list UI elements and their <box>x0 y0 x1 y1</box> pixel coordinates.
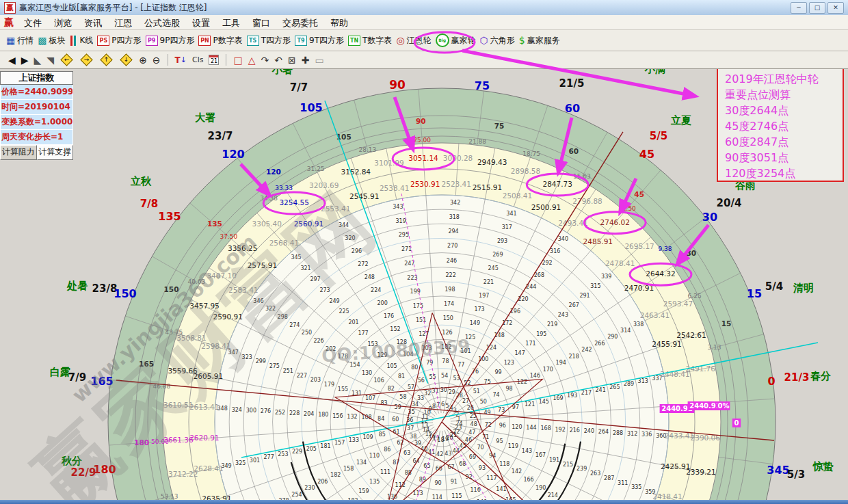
t-number-table-icon: TN <box>348 36 360 46</box>
spiral-number: 149 <box>470 320 480 326</box>
spiral-number: 291 <box>579 293 589 299</box>
calc-support-button[interactable]: 计算支撑 <box>37 145 74 160</box>
draw-toolbar: ◀▶◣◥←→↑↓⊕⊖T↓Cls21□△↷↶⊠✚▭ <box>0 51 848 69</box>
spiral-number: 293 <box>497 238 507 244</box>
percent-value: 18.75 <box>522 150 540 157</box>
spiral-number: 316 <box>550 248 560 254</box>
shift-right-icon: → <box>80 53 92 66</box>
spiral-number: 152 <box>390 326 400 332</box>
spiral-number: 263 <box>590 470 600 477</box>
maximize-button[interactable]: □ <box>809 2 825 14</box>
status-bar <box>0 500 848 504</box>
spiral-number: 27 <box>462 398 469 404</box>
tool-page-prev-button[interactable]: ◀ <box>8 53 16 67</box>
menu-item-8[interactable]: 交易委托 <box>276 18 324 28</box>
price-outer-value: 3203.69 <box>309 181 339 189</box>
wheel-outer-label: 150 <box>114 287 136 300</box>
tool-screen-tool-button[interactable]: ▭ <box>315 53 323 67</box>
spiral-number: 342 <box>450 200 460 206</box>
spiral-number: 340 <box>558 236 568 242</box>
spiral-number: 171 <box>525 341 535 347</box>
minimize-button[interactable]: ─ <box>791 2 807 14</box>
tool-rotate-view-left-button[interactable]: ◣ <box>34 53 42 67</box>
annotation-line-1: 重要点位测算 <box>725 87 843 103</box>
spiral-number: 141 <box>496 486 506 492</box>
tool-center-cross-button[interactable]: ✚ <box>302 53 310 67</box>
toolbar-p-square-button[interactable]: PSP四方形 <box>97 32 141 49</box>
toolbar-hexagon-button[interactable]: ⬡六角形 <box>480 32 515 49</box>
menu-item-0[interactable]: 文件 <box>18 18 48 28</box>
tool-cls-button[interactable]: Cls <box>192 53 203 67</box>
annotation-line-6: 120度3254点 <box>725 165 843 181</box>
spiral-number: 295 <box>399 232 409 238</box>
menu-item-9[interactable]: 帮助 <box>324 18 354 28</box>
price-outer-value: 2898.58 <box>511 167 540 175</box>
spiral-number: 51 <box>473 388 480 395</box>
degree-value: 165 <box>139 360 154 368</box>
menu-item-7[interactable]: 窗口 <box>246 18 276 28</box>
tool-rotate-cw-button[interactable]: ↷ <box>261 53 269 67</box>
tool-calendar-button[interactable]: 21 <box>209 53 219 67</box>
coefficient-row: 变换系数=1.00000 <box>0 115 73 130</box>
spiral-number: 254 <box>291 492 302 498</box>
toolbar-winner-service-button[interactable]: $赢家服务 <box>519 32 560 49</box>
spiral-number: 167 <box>535 452 546 458</box>
degree-value: 75 <box>494 122 505 130</box>
menu-item-5[interactable]: 设置 <box>186 18 216 28</box>
toolbar-9p-square-button[interactable]: P99P四方形 <box>146 32 195 49</box>
spiral-number: 122 <box>517 379 527 385</box>
spiral-number: 318 <box>449 214 460 220</box>
spiral-number: 225 <box>339 308 349 315</box>
spiral-number: 77 <box>458 362 464 368</box>
spiral-number: 145 <box>539 399 549 405</box>
tool-shift-down-button[interactable]: ↓ <box>119 53 133 67</box>
tool-select-box-button[interactable]: ⊠ <box>288 53 296 67</box>
tool-square-tool-button[interactable]: □ <box>233 53 242 67</box>
tool-triangle-tool-button[interactable]: △ <box>248 53 256 67</box>
wheel-outer-label: 345 <box>767 464 789 477</box>
toolbar-sectors-button[interactable]: ▩板块 <box>38 32 65 49</box>
tool-page-next-button[interactable]: ▶ <box>21 53 29 67</box>
tool-rotate-view-right-button[interactable]: ◥ <box>47 53 54 67</box>
calc-resistance-button[interactable]: 计算阻力 <box>0 145 37 160</box>
current-price-chip-label: 0% <box>718 402 730 410</box>
toolbar-p-number-table-button[interactable]: PNP数字表 <box>198 32 242 49</box>
spiral-number: 86 <box>384 447 390 453</box>
spiral-number: 119 <box>508 443 518 449</box>
rotate-view-left-icon: ◣ <box>34 55 42 66</box>
spiral-number: 336 <box>641 432 652 438</box>
tool-rotate-ccw-button[interactable]: ↶ <box>274 53 282 67</box>
toolbar-t-square-button[interactable]: TST四方形 <box>247 32 291 49</box>
toolbar-kline-button[interactable]: K线 <box>69 32 93 49</box>
spiral-number: 276 <box>261 408 271 414</box>
toolbar-t-number-table-button[interactable]: TNT数字表 <box>348 32 392 49</box>
spiral-number: 87 <box>393 460 399 466</box>
tool-price-axis-button[interactable]: T↓ <box>175 53 187 67</box>
tool-shift-right-button[interactable]: → <box>79 53 94 67</box>
tool-zoom-in-button[interactable]: ⊕ <box>139 53 147 67</box>
toolbar-gann-wheel-button[interactable]: ◎江恩轮 <box>396 32 431 49</box>
toolbar-winner-wheel-button[interactable]: Big赢家轮 <box>436 32 476 49</box>
menu-item-2[interactable]: 资讯 <box>78 18 108 28</box>
spiral-number: 267 <box>569 302 579 308</box>
close-button[interactable]: ✕ <box>827 2 844 14</box>
spiral-number: 101 <box>460 348 471 354</box>
tool-shift-left-button[interactable]: ← <box>59 53 74 67</box>
toolbar-quotes-button[interactable]: ▦行情 <box>6 32 34 49</box>
spiral-number: 42 <box>436 451 443 457</box>
tool-zoom-out-button[interactable]: ⊖ <box>153 53 161 67</box>
spiral-number: 216 <box>570 427 580 434</box>
menu-item-1[interactable]: 浏览 <box>48 18 78 28</box>
menu-item-3[interactable]: 江恩 <box>108 18 138 28</box>
spiral-number: 195 <box>536 331 546 337</box>
symbol-title: 上证指数 <box>0 71 73 85</box>
spiral-number: 178 <box>338 354 348 360</box>
tool-shift-up-button[interactable]: ↑ <box>99 53 114 67</box>
spiral-number: 33 <box>417 395 424 401</box>
menu-item-4[interactable]: 公式选股 <box>138 18 186 28</box>
toolbar-9t-square-button[interactable]: T99T四方形 <box>295 32 344 49</box>
menu-item-6[interactable]: 工具 <box>216 18 246 28</box>
spiral-number: 144 <box>526 425 536 431</box>
price-outer-value: 3356.25 <box>228 244 257 252</box>
spiral-number: 72 <box>485 422 492 428</box>
